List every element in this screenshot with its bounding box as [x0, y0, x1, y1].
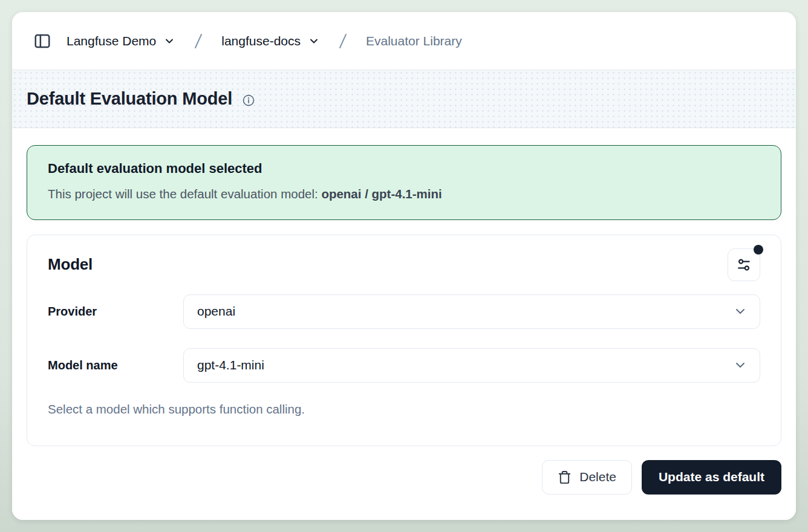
actions-row: Delete Update as default	[27, 460, 781, 495]
breadcrumb-separator-icon	[190, 32, 207, 50]
trash-icon	[558, 470, 572, 484]
chevron-down-icon	[308, 35, 320, 47]
delete-button-label: Delete	[579, 470, 616, 484]
chevron-down-icon	[733, 358, 748, 372]
model-name-select-value: gpt-4.1-mini	[197, 358, 264, 372]
alert-model-value: openai / gpt-4.1-mini	[321, 187, 441, 201]
panel-left-icon	[33, 32, 51, 50]
advanced-model-settings-button[interactable]	[728, 248, 760, 281]
main-window: Langfuse Demo langfuse-docs Evaluator Li…	[12, 12, 796, 520]
page-header: Default Evaluation Model	[12, 70, 796, 128]
provider-row: Provider openai	[48, 294, 760, 329]
provider-select[interactable]: openai	[183, 294, 760, 329]
content-area: Default evaluation model selected This p…	[12, 128, 796, 520]
breadcrumb-project-label: langfuse-docs	[221, 34, 301, 48]
alert-message: This project will use the default evalua…	[48, 186, 760, 203]
model-card-header: Model	[48, 248, 760, 281]
breadcrumb-separator-icon	[334, 32, 351, 50]
model-name-select[interactable]: gpt-4.1-mini	[183, 348, 760, 383]
sliders-settings-icon	[736, 257, 752, 273]
provider-label: Provider	[48, 305, 183, 319]
model-card-title: Model	[48, 255, 93, 274]
settings-notification-dot	[754, 245, 763, 255]
model-card: Model Provider openai	[27, 235, 781, 446]
alert-message-prefix: This project will use the default evalua…	[48, 187, 321, 201]
alert-title: Default evaluation model selected	[48, 161, 760, 177]
delete-button[interactable]: Delete	[542, 460, 632, 495]
chevron-down-icon	[733, 304, 748, 319]
model-helper-text: Select a model which supports function c…	[48, 402, 760, 417]
info-icon	[242, 94, 255, 107]
top-navigation-bar: Langfuse Demo langfuse-docs Evaluator Li…	[12, 12, 796, 70]
chevron-down-icon	[163, 35, 175, 47]
page-title: Default Evaluation Model	[27, 89, 232, 109]
update-as-default-button[interactable]: Update as default	[642, 460, 781, 495]
title-info-button[interactable]	[242, 94, 255, 107]
breadcrumb-current-page: Evaluator Library	[365, 31, 463, 51]
update-button-label: Update as default	[659, 470, 764, 484]
sidebar-toggle-button[interactable]	[30, 29, 54, 53]
default-model-alert: Default evaluation model selected This p…	[27, 145, 781, 220]
provider-select-value: openai	[197, 304, 235, 319]
model-name-label: Model name	[48, 358, 183, 372]
breadcrumb-org-selector[interactable]: Langfuse Demo	[65, 31, 177, 51]
model-name-row: Model name gpt-4.1-mini	[48, 348, 760, 383]
breadcrumb: Langfuse Demo langfuse-docs Evaluator Li…	[65, 31, 463, 51]
breadcrumb-project-selector[interactable]: langfuse-docs	[220, 31, 321, 51]
breadcrumb-org-label: Langfuse Demo	[67, 34, 156, 48]
